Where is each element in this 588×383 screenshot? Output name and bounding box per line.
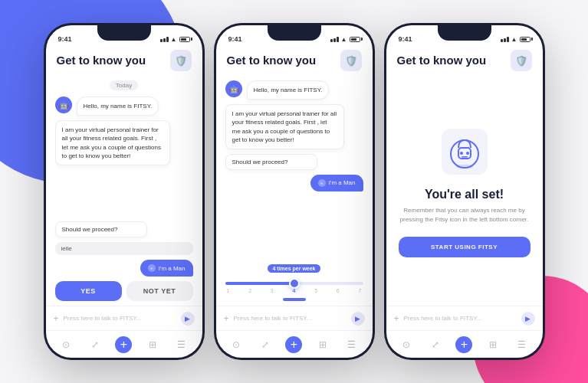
nav-add-1[interactable]: + <box>115 336 132 353</box>
signal-bar-2 <box>163 38 166 42</box>
battery-icon-2 <box>350 37 360 42</box>
nav-add-3[interactable]: + <box>455 336 472 353</box>
phone-header-2: Get to know you 🛡️ <box>216 47 373 76</box>
wifi-icon-3: ▲ <box>511 36 517 43</box>
svg-rect-6 <box>456 165 473 168</box>
send-icon-2[interactable]: ▶ <box>351 312 365 326</box>
bottom-nav-1: ⊙ ⤢ + ⊞ ☰ <box>46 330 202 358</box>
wifi-icon: ▲ <box>171 36 177 43</box>
signal-bar-1 <box>160 39 163 42</box>
phones-container: 9:41 ▲ Get to know you 🛡️ Today <box>0 0 588 383</box>
input-placeholder-2[interactable]: Press here to talk to FITSY... <box>234 315 347 322</box>
slider-area: 4 times per week 1 2 3 4 5 6 7 <box>216 260 373 306</box>
nav-expand-2[interactable]: ⤢ <box>257 336 274 353</box>
bot-greeting-2: Hello, my name is FITSY. <box>247 80 330 100</box>
phone-2: 9:41 ▲ Get to know you 🛡️ 🤖 <box>214 23 375 360</box>
slider-numbers: 1 2 3 4 5 6 7 <box>225 288 363 293</box>
user-bubble-2: + I'm a Man <box>310 175 363 192</box>
kettlebell-icon <box>438 125 491 178</box>
time-2: 9:41 <box>228 35 242 43</box>
chat-area-1: Today 🤖 Hello, my name is FITSY. I am yo… <box>46 76 202 281</box>
nav-dumbbell-3[interactable]: ⊞ <box>485 336 501 353</box>
slider-label: 4 times per week <box>268 264 320 273</box>
user-bubble-icon-2: + <box>318 179 326 187</box>
success-area: You're all set! Remember that you can al… <box>386 76 543 306</box>
header-icon-2[interactable]: 🛡️ <box>340 50 362 71</box>
user-message-1: + I'm a Man <box>55 260 193 277</box>
status-icons-1: ▲ <box>160 36 190 43</box>
nav-expand-3[interactable]: ⤢ <box>427 336 444 353</box>
nav-home-1[interactable]: ⊙ <box>57 336 74 353</box>
input-plus-3[interactable]: + <box>394 313 399 324</box>
user-bubble-1: + I'm a Man <box>140 260 193 277</box>
input-bar-2: + Press here to talk to FITSY... ▶ <box>216 306 373 330</box>
phone-header-3: Get to know you 🛡️ <box>386 47 543 76</box>
phone-3: 9:41 ▲ Get to know you 🛡️ <box>384 23 545 360</box>
nav-expand-1[interactable]: ⤢ <box>87 336 103 353</box>
notch-3 <box>438 25 491 41</box>
header-icon-3[interactable]: 🛡️ <box>511 50 532 71</box>
time-3: 9:41 <box>399 35 412 43</box>
bot-avatar-1: 🤖 <box>55 97 72 113</box>
bot-message-2: 🤖 Hello, my name is FITSY. <box>225 80 363 100</box>
send-icon-3[interactable]: ▶ <box>521 312 535 326</box>
input-placeholder-3[interactable]: Press here to talk to FITSY... <box>404 315 517 322</box>
phone-header-1: Get to know you 🛡️ <box>46 47 202 76</box>
phone-title-3: Get to know you <box>397 54 487 67</box>
nav-profile-3[interactable]: ☰ <box>514 336 531 353</box>
status-icons-3: ▲ <box>501 36 531 43</box>
svg-point-3 <box>460 152 463 155</box>
send-icon-1[interactable]: ▶ <box>181 312 195 326</box>
input-plus-2[interactable]: + <box>224 313 229 324</box>
nav-home-2[interactable]: ⊙ <box>228 336 245 353</box>
chat-area-2: 🤖 Hello, my name is FITSY. I am your vir… <box>216 76 373 260</box>
bot-long-message-2: I am your virtual personal trainer for a… <box>225 104 344 149</box>
nav-profile-1[interactable]: ☰ <box>173 336 190 353</box>
signal-bar-3 <box>166 37 169 42</box>
nav-dumbbell-1[interactable]: ⊞ <box>144 336 161 353</box>
user-bubble-icon-1: + <box>148 264 156 272</box>
input-bar-1: + Press here to talk to FITSY... ▶ <box>46 306 202 330</box>
bot-question-2: Should we proceed? <box>225 154 317 170</box>
bottom-nav-3: ⊙ ⤢ + ⊞ ☰ <box>386 330 543 358</box>
time-1: 9:41 <box>58 35 72 43</box>
nav-profile-2[interactable]: ☰ <box>343 336 360 353</box>
battery-icon-3 <box>520 37 531 42</box>
battery-icon-1 <box>179 37 190 42</box>
bot-avatar-2: 🤖 <box>225 80 242 97</box>
input-plus-1[interactable]: + <box>54 313 59 324</box>
bot-long-message-1: I am your virtual personal trainer for a… <box>55 120 170 165</box>
bot-message-1: 🤖 Hello, my name is FITSY. <box>55 97 193 116</box>
wifi-icon-2: ▲ <box>341 36 347 43</box>
input-placeholder-1[interactable]: Press here to talk to FITSY... <box>64 315 176 322</box>
status-icons-2: ▲ <box>330 36 360 43</box>
success-title: You're all set! <box>425 188 504 201</box>
no-button[interactable]: NOT YET <box>126 281 193 301</box>
slider-track[interactable] <box>225 282 363 285</box>
success-text: Remember that you can always reach me by… <box>399 206 531 224</box>
action-buttons-1: YES NOT YET <box>46 281 202 306</box>
phone-title-1: Get to know you <box>57 54 146 67</box>
user-message-2: + I'm a Man <box>225 175 363 192</box>
slider-thumb[interactable] <box>289 278 300 289</box>
bottom-nav-2: ⊙ ⤢ + ⊞ ☰ <box>216 330 373 358</box>
start-button[interactable]: START USING FITSY <box>399 237 531 257</box>
yes-button[interactable]: YES <box>55 281 122 301</box>
nav-add-2[interactable]: + <box>285 336 302 353</box>
svg-rect-5 <box>462 156 468 158</box>
phone-title-2: Get to know you <box>227 54 317 67</box>
notch-2 <box>268 25 321 41</box>
header-icon-1[interactable]: 🛡️ <box>170 50 192 71</box>
input-bar-3: + Press here to talk to FITSY... ▶ <box>386 306 543 330</box>
slider-handle-bottom <box>225 298 363 301</box>
date-badge-1: Today <box>110 80 138 90</box>
gender-bubble-1: ielle <box>55 242 193 255</box>
nav-dumbbell-2[interactable]: ⊞ <box>314 336 331 353</box>
bot-greeting-1: Hello, my name is FITSY. <box>77 97 159 116</box>
bot-question-1: Should we proceed? <box>55 221 147 237</box>
notch-1 <box>97 25 151 41</box>
slider-fill <box>225 282 294 285</box>
svg-point-4 <box>466 152 469 155</box>
phone-1: 9:41 ▲ Get to know you 🛡️ Today <box>44 23 205 360</box>
nav-home-3[interactable]: ⊙ <box>398 336 415 353</box>
